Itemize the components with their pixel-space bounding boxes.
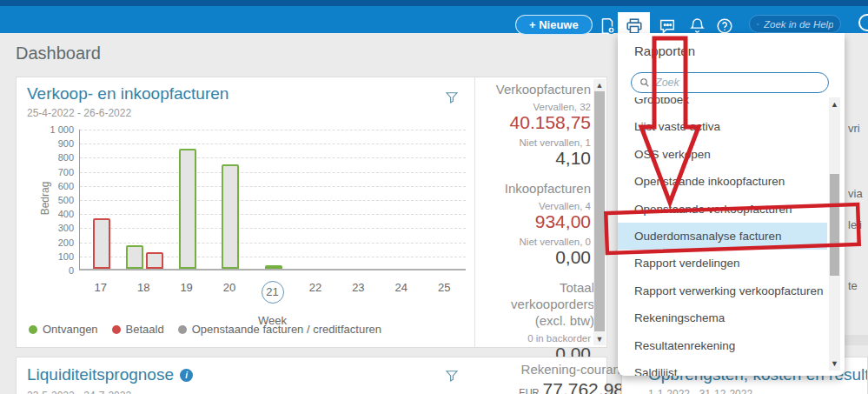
menu-item[interactable]: Saldilijst	[618, 359, 827, 376]
stats-row-label: Vervallen, 32	[477, 102, 591, 112]
y-tick-label: 400	[17, 209, 74, 219]
y-tick-label: 500	[17, 195, 74, 205]
sales-card-title: Verkoop- en inkoopfacturen	[27, 84, 229, 104]
new-button[interactable]: + Nieuwe	[515, 15, 593, 35]
gridline	[80, 228, 466, 229]
reports-search-input[interactable]	[655, 77, 803, 89]
current-week-marker[interactable]: 21	[262, 281, 284, 304]
help-search-input[interactable]	[764, 19, 833, 30]
liquidity-card: Liquiditeitsprognose i 23-5-2022 - 24-7-…	[16, 357, 607, 394]
menu-item[interactable]: Openstaande verkoopfacturen	[618, 196, 827, 223]
hidden-card-text-fragment: leli	[848, 218, 862, 231]
liquidity-date-range: 23-5-2022 - 24-7-2022	[27, 390, 131, 394]
y-tick-label: 1 000	[17, 124, 74, 135]
search-icon	[757, 19, 759, 30]
reports-search[interactable]	[631, 72, 829, 93]
filter-icon[interactable]	[444, 368, 460, 387]
chart-bar[interactable]	[265, 265, 282, 269]
y-tick-label: 200	[17, 237, 74, 248]
search-icon	[639, 77, 650, 88]
filter-icon[interactable]	[444, 90, 460, 109]
gridline	[80, 130, 466, 130]
menu-item[interactable]: Ouderdomsanalyse facturen	[618, 223, 827, 250]
currency-code: EUR	[519, 387, 539, 394]
card-divider	[474, 77, 475, 347]
menu-item[interactable]: Lijst vaste activa	[618, 113, 827, 140]
results-date-range: 1-1-2022 - 31-12-2022	[648, 388, 867, 394]
scrollbar-thumb[interactable]	[830, 174, 839, 276]
gridline	[80, 186, 466, 187]
stats-row: Vervallen, 4934,00	[477, 201, 591, 232]
chart-bar[interactable]	[222, 164, 239, 269]
menu-item[interactable]: Resultatenrekening	[618, 332, 827, 359]
x-tick-label: 24	[382, 281, 421, 294]
stats-section: VerkoopfacturenVervallen, 3240.158,75Nie…	[477, 81, 591, 169]
gridline	[80, 157, 466, 158]
main-navigation-bar: + Nieuwe	[0, 6, 868, 33]
stats-row-value: 0,00	[477, 247, 591, 268]
x-tick-label: 19	[168, 281, 206, 294]
invoices-bar-chart: Bedrag Week 0100200300400500600700800900…	[17, 126, 474, 344]
x-tick-label: 17	[82, 281, 120, 294]
legend-label: Openstaande facturen / creditfacturen	[192, 323, 381, 336]
y-tick-label: 600	[17, 181, 74, 191]
stats-section-title: Totaal verkooporders (excl. btw)	[477, 279, 594, 329]
legend-item: Openstaande facturen / creditfacturen	[178, 323, 381, 336]
sales-card-date-range: 25-4-2022 - 26-6-2022	[27, 107, 229, 119]
stats-row-label: Niet vervallen, 1	[477, 137, 591, 148]
x-tick-label: 22	[296, 281, 335, 294]
scroll-up-icon[interactable]: ▲	[829, 100, 840, 109]
legend-dot	[112, 325, 121, 334]
current-account-label: Rekening-courant	[519, 362, 624, 377]
row-gap	[845, 335, 868, 345]
menu-item[interactable]: Grootboek	[618, 97, 827, 113]
gridline	[80, 172, 466, 173]
legend-label: Ontvangen	[43, 323, 98, 336]
help-search[interactable]	[749, 15, 841, 33]
stats-section-title: Verkoopfacturen	[477, 81, 591, 97]
cutoff-corner-icon	[858, 14, 868, 31]
stats-row-value: 40.158,75	[477, 112, 591, 133]
menu-item[interactable]: OSS verkopen	[618, 141, 827, 168]
stats-section-title: Inkoopfacturen	[477, 180, 591, 197]
stats-row-value: 4,10	[477, 148, 591, 169]
reports-dropdown-title: Rapporten	[634, 43, 695, 58]
info-icon[interactable]: i	[180, 369, 193, 382]
stats-row-label: 0 in backorder	[477, 333, 591, 344]
chart-bar[interactable]	[126, 245, 143, 269]
menu-item[interactable]: Rapport verdelingen	[618, 250, 827, 277]
stats-row: Vervallen, 3240.158,75	[477, 102, 591, 133]
menu-item[interactable]: Rekeningschema	[618, 304, 827, 331]
y-tick-label: 300	[17, 223, 74, 233]
new-button-label: + Nieuwe	[529, 18, 579, 31]
liquidity-card-title: Liquiditeitsprognose	[27, 365, 174, 384]
sales-invoices-card: Verkoop- en inkoopfacturen 25-4-2022 - 2…	[16, 77, 607, 348]
scrollbar-thumb[interactable]	[594, 91, 605, 331]
invoice-stats-panel: VerkoopfacturenVervallen, 3240.158,75Nie…	[477, 81, 591, 376]
hidden-card-text-fragment: te	[848, 279, 858, 292]
scroll-up-icon[interactable]: ▲	[593, 81, 606, 90]
stats-row-label: Vervallen, 4	[477, 201, 591, 211]
x-tick-label: 25	[425, 281, 463, 294]
menu-item[interactable]: Openstaande inkoopfacturen	[618, 168, 827, 195]
stats-section: Totaal verkooporders (excl. btw)0 in bac…	[477, 279, 591, 364]
chart-bar[interactable]	[93, 218, 110, 269]
gridline	[80, 243, 466, 244]
chart-bar[interactable]	[179, 149, 196, 269]
reports-menu-scrollbar[interactable]: ▲ ▼	[829, 97, 840, 371]
chart-plot	[79, 130, 466, 270]
scroll-down-icon[interactable]: ▼	[829, 359, 840, 368]
stats-row-value: 934,00	[477, 211, 591, 232]
gridline	[80, 200, 466, 201]
chart-bar[interactable]	[146, 252, 163, 269]
x-tick-label: 20	[210, 281, 248, 294]
y-tick-label: 0	[17, 265, 74, 276]
stats-scrollbar[interactable]: ▲ ▼	[593, 79, 606, 345]
legend-dot	[29, 325, 37, 334]
legend-item: Ontvangen	[29, 323, 98, 336]
menu-item[interactable]: Rapport verwerking verkoopfacturen	[618, 277, 827, 304]
current-account-value: EUR77.762,98	[519, 379, 624, 394]
scroll-down-icon[interactable]: ▼	[593, 335, 606, 344]
legend-label: Betaald	[126, 323, 164, 336]
reports-menu-list: GrootboekLijst vaste activaOSS verkopenO…	[618, 97, 827, 376]
